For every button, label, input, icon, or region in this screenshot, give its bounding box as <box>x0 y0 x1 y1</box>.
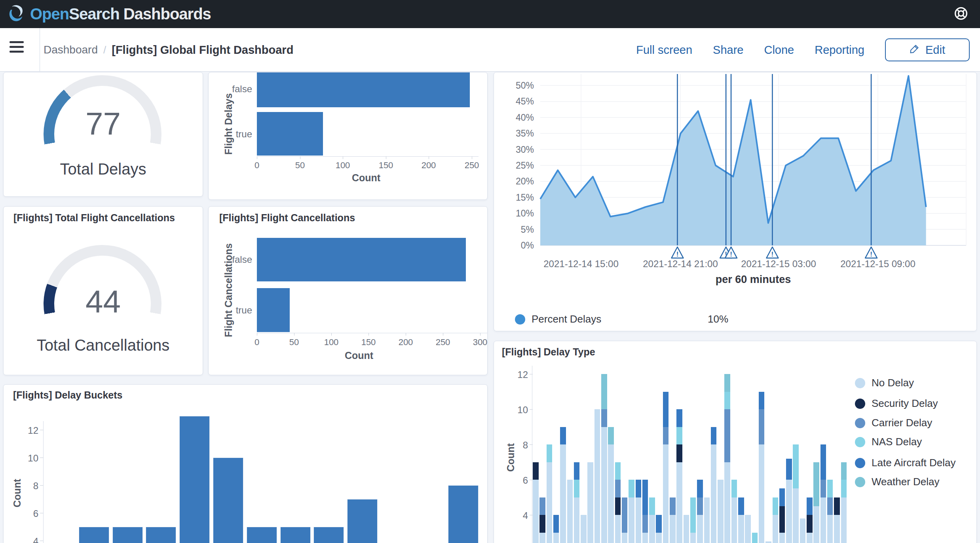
stack-segment-late[interactable] <box>738 497 744 515</box>
histogram-bar[interactable] <box>146 527 176 543</box>
histogram-bar[interactable] <box>179 416 210 543</box>
stack-segment-nd[interactable] <box>533 480 539 543</box>
stack-segment-nd[interactable] <box>539 533 545 543</box>
help-menu-button[interactable] <box>952 6 970 23</box>
stack-segment-nd[interactable] <box>594 409 600 543</box>
stack-segment-nas[interactable] <box>690 497 696 533</box>
stack-segment-car[interactable] <box>670 497 676 515</box>
stack-segment-nd[interactable] <box>827 515 833 543</box>
bar-true[interactable] <box>257 112 323 156</box>
stack-segment-nd[interactable] <box>670 515 676 543</box>
stack-segment-nd[interactable] <box>724 462 730 543</box>
histogram-bar[interactable] <box>347 499 378 543</box>
histogram-bar[interactable] <box>313 527 344 543</box>
share-button[interactable]: Share <box>713 44 743 57</box>
stack-segment-nd[interactable] <box>697 515 703 543</box>
stack-segment-nd[interactable] <box>800 518 806 543</box>
stack-segment-nd[interactable] <box>547 462 553 543</box>
stack-segment-nd[interactable] <box>779 533 785 543</box>
stack-segment-car[interactable] <box>724 409 730 462</box>
stack-segment-late[interactable] <box>663 392 669 427</box>
stack-segment-late[interactable] <box>553 515 559 533</box>
bar-true[interactable] <box>257 288 290 332</box>
stack-segment-car[interactable] <box>759 409 765 444</box>
stack-segment-nas[interactable] <box>649 497 655 515</box>
stack-segment-late[interactable] <box>697 480 703 497</box>
stack-segment-nd[interactable] <box>656 533 662 543</box>
stack-segment-sec[interactable] <box>807 515 813 533</box>
legend-item-nd[interactable]: No Delay <box>855 377 914 389</box>
stack-segment-late[interactable] <box>759 392 765 410</box>
histogram-bar[interactable] <box>280 527 311 543</box>
histogram-bar[interactable] <box>79 527 109 543</box>
histogram-bar[interactable] <box>247 527 277 543</box>
stack-segment-nd[interactable] <box>793 488 799 543</box>
stack-segment-nd[interactable] <box>759 444 765 543</box>
stack-segment-car[interactable] <box>539 497 545 515</box>
stack-segment-nas[interactable] <box>752 533 758 543</box>
stack-segment-car[interactable] <box>827 497 833 515</box>
stack-segment-nd[interactable] <box>629 497 634 543</box>
stack-segment-late[interactable] <box>560 427 566 445</box>
legend-item-percent-delays[interactable]: Percent Delays <box>515 313 601 325</box>
stack-segment-nd[interactable] <box>560 444 566 543</box>
stack-segment-car[interactable] <box>642 515 648 533</box>
breadcrumb-dashboard-link[interactable]: Dashboard <box>44 44 98 56</box>
legend-item-nas[interactable]: NAS Delay <box>855 436 922 448</box>
legend-item-late[interactable]: Late Aircraft Delay <box>855 457 955 469</box>
stack-segment-late[interactable] <box>786 459 792 480</box>
histogram-bar[interactable] <box>448 485 479 543</box>
stack-segment-nd[interactable] <box>608 444 614 543</box>
stack-segment-nd[interactable] <box>622 533 628 543</box>
stack-segment-nd[interactable] <box>704 497 710 543</box>
stack-segment-nas[interactable] <box>629 480 634 497</box>
stack-segment-wx[interactable] <box>841 462 847 480</box>
clone-button[interactable]: Clone <box>764 44 794 57</box>
stack-segment-sec[interactable] <box>779 506 785 533</box>
stack-segment-nd[interactable] <box>807 533 813 543</box>
stack-segment-nas[interactable] <box>793 444 799 488</box>
stack-segment-nas[interactable] <box>841 480 847 497</box>
stack-segment-sec[interactable] <box>615 497 621 515</box>
stack-segment-late[interactable] <box>656 515 662 533</box>
stack-segment-nd[interactable] <box>765 541 771 543</box>
stack-segment-late[interactable] <box>820 444 826 480</box>
legend-item-car[interactable]: Carrier Delay <box>855 417 932 429</box>
stack-segment-sec[interactable] <box>533 462 539 480</box>
stack-segment-wx[interactable] <box>608 427 614 445</box>
legend-item-threshold[interactable]: 10% <box>708 313 728 325</box>
stack-segment-sec[interactable] <box>539 515 545 533</box>
bar-false[interactable] <box>257 238 466 281</box>
stack-segment-nd[interactable] <box>745 515 751 543</box>
stack-segment-nd[interactable] <box>676 462 682 543</box>
stack-segment-late[interactable] <box>676 409 682 427</box>
stack-segment-nd[interactable] <box>642 533 648 543</box>
stack-segment-nd[interactable] <box>820 497 826 543</box>
stack-segment-car[interactable] <box>820 480 826 497</box>
stack-segment-nd[interactable] <box>773 515 779 543</box>
stack-segment-late[interactable] <box>642 480 648 515</box>
edit-button[interactable]: Edit <box>885 38 970 61</box>
stack-segment-nd[interactable] <box>718 480 724 543</box>
stack-segment-late[interactable] <box>711 427 717 445</box>
stack-segment-nd[interactable] <box>813 506 819 543</box>
histogram-bar[interactable] <box>213 458 243 543</box>
stack-segment-nd[interactable] <box>786 480 792 543</box>
stack-segment-nd[interactable] <box>711 444 717 543</box>
stack-segment-nd[interactable] <box>738 515 744 543</box>
stack-segment-nas[interactable] <box>676 427 682 445</box>
stack-segment-nas[interactable] <box>574 480 580 497</box>
stack-segment-nas[interactable] <box>773 497 779 515</box>
stack-segment-sec[interactable] <box>834 497 840 515</box>
stack-segment-car[interactable] <box>697 497 703 515</box>
stack-segment-car[interactable] <box>622 497 628 533</box>
stack-segment-late[interactable] <box>636 480 642 497</box>
stack-segment-nd[interactable] <box>684 515 689 543</box>
stack-segment-late[interactable] <box>779 488 785 506</box>
stack-segment-nd[interactable] <box>690 533 696 543</box>
stack-segment-nd[interactable] <box>581 515 587 543</box>
stack-segment-nd[interactable] <box>636 497 642 543</box>
full-screen-button[interactable]: Full screen <box>636 44 692 57</box>
stack-segment-nd[interactable] <box>587 462 593 543</box>
stack-segment-nd[interactable] <box>615 515 621 543</box>
